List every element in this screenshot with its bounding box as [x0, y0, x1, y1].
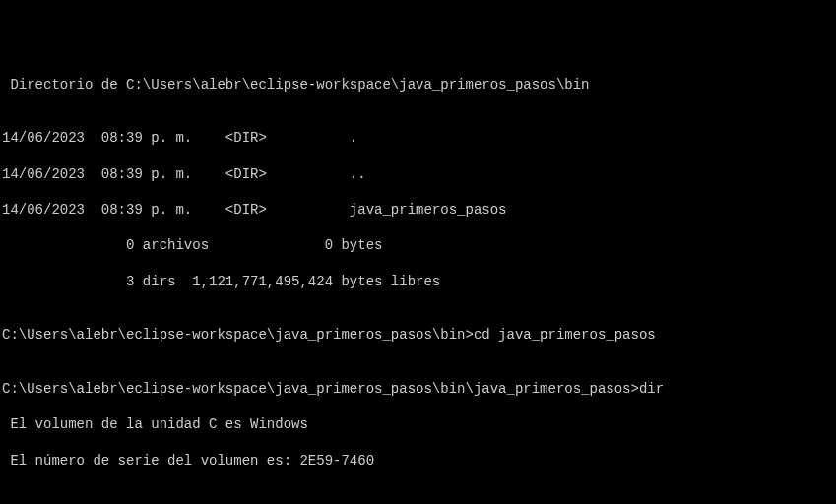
terminal-line: 3 dirs 1,121,771,495,424 bytes libres	[2, 273, 834, 290]
terminal-prompt-line: C:\Users\alebr\eclipse-workspace\java_pr…	[2, 380, 834, 398]
terminal-line: El volumen de la unidad C es Windows	[2, 415, 834, 433]
terminal-line: 14/06/2023 08:39 p. m. <DIR> java_primer…	[2, 201, 834, 219]
terminal-line: El número de serie del volumen es: 2E59-…	[2, 452, 834, 470]
terminal-line: 14/06/2023 08:39 p. m. <DIR> .	[2, 129, 834, 147]
terminal-line: 14/06/2023 08:39 p. m. <DIR> ..	[2, 165, 834, 183]
terminal-line: 0 archivos 0 bytes	[2, 236, 834, 254]
terminal-prompt-line: C:\Users\alebr\eclipse-workspace\java_pr…	[2, 326, 834, 344]
terminal-line: Directorio de C:\Users\alebr\eclipse-wor…	[2, 76, 834, 94]
